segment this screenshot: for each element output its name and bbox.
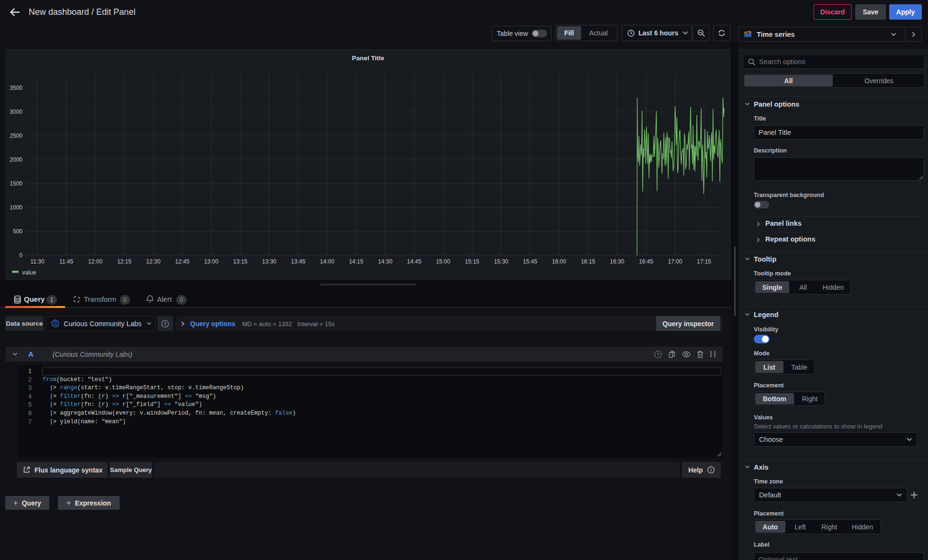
svg-text:2500: 2500 xyxy=(10,132,22,139)
svg-text:1000: 1000 xyxy=(10,204,22,211)
svg-text:13:30: 13:30 xyxy=(262,258,276,265)
svg-text:14:30: 14:30 xyxy=(378,258,392,265)
svg-text:12:30: 12:30 xyxy=(146,258,160,265)
svg-text:13:45: 13:45 xyxy=(291,258,305,265)
svg-text:11:30: 11:30 xyxy=(30,258,44,265)
svg-text:16:00: 16:00 xyxy=(552,258,566,265)
svg-text:15:00: 15:00 xyxy=(436,258,450,265)
svg-text:2000: 2000 xyxy=(10,156,22,163)
svg-text:14:15: 14:15 xyxy=(349,258,363,265)
svg-text:3000: 3000 xyxy=(10,109,22,115)
svg-text:14:45: 14:45 xyxy=(407,258,421,265)
svg-text:0: 0 xyxy=(19,252,22,259)
svg-text:13:00: 13:00 xyxy=(204,258,218,265)
svg-text:14:00: 14:00 xyxy=(320,258,335,265)
svg-text:12:45: 12:45 xyxy=(175,258,190,265)
svg-text:value: value xyxy=(22,269,36,276)
svg-text:13:15: 13:15 xyxy=(233,258,247,265)
svg-text:16:30: 16:30 xyxy=(610,258,624,265)
svg-text:15:15: 15:15 xyxy=(465,258,479,265)
svg-text:16:45: 16:45 xyxy=(639,258,653,265)
svg-text:11:45: 11:45 xyxy=(59,258,73,265)
svg-text:17:15: 17:15 xyxy=(697,258,711,265)
svg-text:?: ? xyxy=(164,321,166,326)
svg-text:?: ? xyxy=(657,352,659,357)
svg-text:16:15: 16:15 xyxy=(581,258,595,265)
svg-text:15:45: 15:45 xyxy=(523,258,537,265)
svg-text:12:15: 12:15 xyxy=(117,258,132,265)
svg-text:3500: 3500 xyxy=(10,85,22,91)
svg-text:17:00: 17:00 xyxy=(668,258,682,265)
svg-text:1500: 1500 xyxy=(10,180,22,187)
svg-text:12:00: 12:00 xyxy=(88,258,102,265)
svg-text:500: 500 xyxy=(13,228,22,235)
svg-text:15:30: 15:30 xyxy=(494,258,508,265)
